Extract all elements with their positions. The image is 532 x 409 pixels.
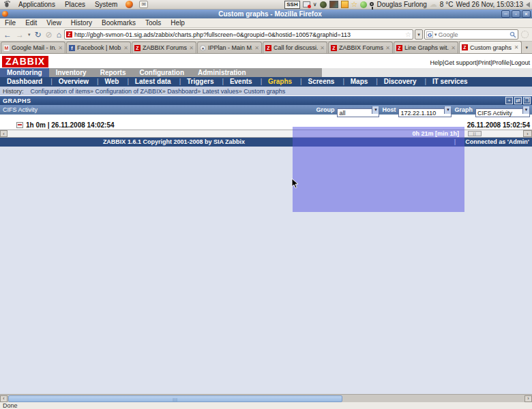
view-menu[interactable]: View [42, 19, 66, 27]
scroll-left-button[interactable]: ‹ [0, 130, 8, 137]
scrollbar-thumb[interactable]: ||| [8, 395, 342, 402]
firefox-launcher-icon[interactable] [125, 1, 133, 8]
group-select[interactable]: all [337, 108, 379, 117]
tab-close-icon[interactable]: ✕ [254, 45, 259, 51]
tab-zabbix-forums-2[interactable]: Z ZABBIX Forums ... ✕ [328, 42, 393, 53]
status-orb-icon[interactable] [360, 1, 367, 8]
history-menu[interactable]: History [66, 19, 97, 27]
history-link[interactable]: Configuration of items [31, 88, 91, 95]
screen-capture-icon[interactable] [303, 1, 310, 7]
scrollbar-left-arrow[interactable]: ‹ [0, 395, 8, 402]
swap-icon[interactable]: ⇄ [514, 97, 522, 104]
gnome-logo-icon[interactable] [3, 0, 11, 9]
scrollbar-handle[interactable]: || [468, 131, 482, 136]
file-menu[interactable]: File [0, 19, 20, 27]
subnav-dashboard[interactable]: Dashboard [3, 77, 46, 87]
places-menu[interactable]: Places [60, 0, 90, 10]
time-selection-overlay[interactable]: 0h 21m [min 1h] [293, 127, 464, 212]
tab-close-icon[interactable]: ✕ [123, 45, 128, 51]
nav-reports[interactable]: Reports [93, 68, 133, 77]
close-button[interactable]: ✕ [522, 10, 531, 18]
minimize-button[interactable]: ─ [501, 10, 510, 18]
nav-configuration[interactable]: Configuration [132, 68, 191, 77]
star-tray-icon[interactable]: ☆ [351, 1, 358, 8]
applications-menu[interactable]: Applications [14, 0, 60, 10]
clock[interactable]: Wed 26 Nov, 15:03:13 [456, 1, 523, 8]
logout-link[interactable]: Logout [509, 59, 530, 66]
search-magnifier-icon[interactable] [509, 29, 516, 41]
tab-close-icon[interactable]: ✕ [451, 45, 456, 51]
get-support-link[interactable]: Get support [443, 59, 476, 66]
tab-close-icon[interactable]: ✕ [514, 44, 519, 50]
history-link[interactable]: Custom graphs [239, 88, 286, 95]
scrollbar-right-arrow[interactable]: › [524, 395, 532, 402]
history-link[interactable]: Latest values [197, 88, 239, 95]
history-link[interactable]: Dashboard [162, 88, 198, 95]
subnav-web[interactable]: Web [93, 77, 123, 87]
subnav-screens[interactable]: Screens [296, 77, 338, 87]
tools-menu[interactable]: Tools [141, 19, 166, 27]
url-input[interactable] [74, 31, 403, 38]
help-link[interactable]: Help [430, 59, 443, 66]
speaker-icon[interactable] [526, 2, 530, 7]
notes-tray-icon[interactable] [341, 1, 349, 8]
help-menu[interactable]: Help [166, 19, 190, 27]
nav-inventory[interactable]: Inventory [49, 68, 93, 77]
forward-button[interactable]: → [14, 30, 25, 40]
tab-facebook[interactable]: f Facebook | Mob... ✕ [66, 42, 131, 53]
subnav-maps[interactable]: Maps [338, 77, 372, 87]
scroll-right-button[interactable]: › [523, 130, 532, 137]
nav-administration[interactable]: Administration [191, 68, 253, 77]
subnav-latest-data[interactable]: Latest data [123, 77, 175, 87]
tab-ipplan[interactable]: ● IPPlan - Main M... ✕ [197, 42, 262, 53]
profile-link[interactable]: Profile [490, 59, 509, 66]
back-button[interactable]: ← [2, 30, 13, 40]
tab-list-chevron-icon[interactable]: ▾ [522, 42, 531, 53]
photo-tray-icon[interactable] [329, 1, 338, 8]
ssh-applet[interactable]: SSH [284, 1, 299, 9]
window-titlebar[interactable]: Custom graphs - Mozilla Firefox ─ ▫ ✕ [0, 10, 532, 18]
edit-menu[interactable]: Edit [20, 19, 42, 27]
location-pin-icon[interactable] [370, 2, 374, 6]
tab-google-mail[interactable]: M Google Mail - In... ✕ [1, 42, 65, 53]
subnav-it-services[interactable]: IT services [421, 77, 472, 87]
tab-custom-graphs[interactable]: Z Custom graphs ✕ [459, 41, 522, 53]
subnav-overview[interactable]: Overview [46, 77, 93, 87]
host-select[interactable]: 172.22.1.110 [398, 108, 452, 117]
tab-zabbix-forums-1[interactable]: Z ZABBIX Forums ... ✕ [132, 42, 196, 53]
tab-close-icon[interactable]: ✕ [189, 45, 194, 51]
url-dropdown-button[interactable]: ▾ [415, 29, 423, 40]
maximize-button[interactable]: ▫ [512, 10, 520, 18]
bookmark-star-icon[interactable]: ☆ [405, 31, 411, 38]
nav-monitoring[interactable]: Monitoring [0, 68, 49, 77]
tab-close-icon[interactable]: ✕ [58, 45, 63, 51]
subnav-graphs[interactable]: Graphs [256, 77, 296, 87]
tab-call-for-discussion[interactable]: Z Call for discussi... ✕ [263, 42, 327, 53]
volume-applet-icon[interactable] [320, 1, 327, 8]
input-chevron-icon[interactable]: ∨ [313, 1, 317, 7]
subnav-discovery[interactable]: Discovery [372, 77, 420, 87]
print-link[interactable]: Print [476, 59, 490, 66]
calendar-icon[interactable] [16, 122, 23, 128]
home-button[interactable]: ⌂ [55, 30, 63, 40]
tab-close-icon[interactable]: ✕ [320, 45, 325, 51]
graph-select[interactable]: CIFS Activity [475, 108, 530, 117]
temperature[interactable]: 8 °C [440, 1, 454, 8]
tab-line-graphs[interactable]: Z Line Graphs wit... ✕ [394, 42, 458, 53]
subnav-triggers[interactable]: Triggers [175, 77, 218, 87]
horizontal-scrollbar[interactable]: ‹ ||| › [0, 394, 532, 402]
zabbix-logo[interactable]: ZABBIX [2, 56, 48, 67]
subnav-events[interactable]: Events [218, 77, 256, 87]
search-input[interactable] [439, 31, 508, 38]
history-chevron-icon[interactable]: ▾ [27, 30, 32, 40]
add-favourite-icon[interactable]: + [505, 97, 513, 104]
stop-button[interactable]: ⊘ [44, 30, 54, 40]
mail-launcher-icon[interactable]: ✉ [139, 1, 148, 8]
reload-button[interactable]: ↻ [33, 30, 43, 40]
history-link[interactable]: Configuration of ZABBIX [90, 88, 162, 95]
user-name[interactable]: Douglas Furlong [376, 1, 426, 8]
fullscreen-icon[interactable]: ❐ [523, 97, 531, 104]
bookmarks-menu[interactable]: Bookmarks [97, 19, 141, 27]
engine-chevron-icon[interactable]: ▾ [434, 32, 437, 37]
tab-close-icon[interactable]: ✕ [385, 45, 390, 51]
